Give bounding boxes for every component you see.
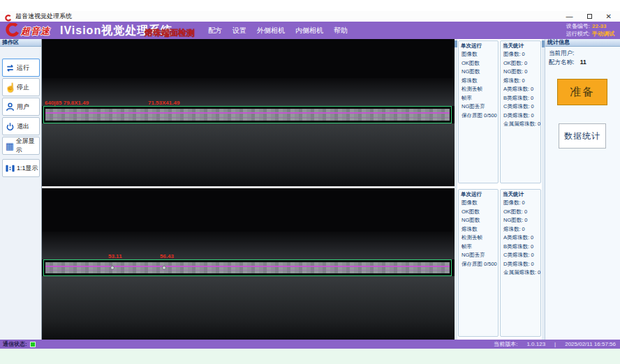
minimize-button[interactable]: — (566, 11, 573, 22)
bead-edge-line (45, 112, 450, 114)
recipe-label: 配方名称: (549, 59, 574, 66)
menu-item[interactable]: 内侧相机 (295, 26, 323, 36)
comm-status-label: 通信状态: (3, 340, 27, 348)
exit-label: 退出 (17, 122, 29, 131)
stat-row: 图像数:0 (501, 50, 540, 59)
main-area: 操作区 运行 ☝ 停止 用户 退出 ▦ 全屏显示 (0, 39, 620, 340)
measurement-annotation: 640|85 79.8X1.49 (45, 100, 89, 106)
statusbar-right: 当前版本: 1.0.123 | 2025/02/11 16:57:56 (494, 340, 616, 349)
bead-detection-box (43, 259, 452, 276)
run-label: 运行 (17, 63, 29, 73)
stop-button[interactable]: ☝ 停止 (2, 78, 40, 96)
bead-edge-line (45, 270, 450, 271)
menu-item[interactable]: 外侧相机 (257, 26, 285, 36)
device-id-value: 22-33 (592, 23, 606, 29)
recipe-value: 11 (580, 59, 586, 66)
window-titlebar: 超音速视觉处理系统 — ✕ (0, 11, 620, 22)
datetime: 2025/02/11 16:57:56 (565, 341, 616, 347)
stat-row: 熔珠数:0 (501, 225, 540, 234)
fullscreen-label: 全屏显示 (16, 137, 39, 155)
run-mode-label: 运行模式: (566, 31, 590, 37)
inner-camera-stats: 单次运行 图像数OK图数NG图数熔珠数检测丢帧帧率NG图丢弃保存原图0/500 … (457, 188, 542, 338)
stat-row: A类熔珠数:0 (501, 234, 540, 243)
statusbar-divider: | (554, 341, 556, 347)
stat-row: NG图丢弃 (459, 103, 498, 112)
outer-camera-viewport[interactable]: 640|85 79.8X1.49 71.53X41.49 (42, 39, 455, 186)
logo-icon (3, 23, 21, 38)
window-title: 超音速视觉处理系统 (15, 12, 72, 21)
status-bar: 通信状态: 当前版本: 1.0.123 | 2025/02/11 16:57:5… (0, 340, 620, 349)
app-header: 超音速 IVision视觉处理系统 熔珠端面检测 配方设置外侧相机内侧相机帮助 … (0, 22, 620, 39)
stat-row: NG图丢弃 (459, 251, 498, 260)
stop-label: 停止 (17, 83, 29, 92)
single-run-group: 单次运行 图像数OK图数NG图数熔珠数检测丢帧帧率NG图丢弃保存原图0/500 (458, 189, 499, 337)
maximize-button[interactable] (587, 11, 592, 22)
user-label: 用户 (17, 103, 29, 112)
image-surface-gradient (42, 123, 455, 186)
stat-row: 图像数:0 (501, 199, 540, 208)
data-statistics-button[interactable]: 数据统计 (559, 123, 606, 149)
stat-row: OK图数:0 (501, 59, 540, 68)
today-stats-group: 当天统计 图像数:0OK图数:0NG图数:0熔珠数:0A类熔珠数:0B类熔珠数:… (500, 40, 541, 183)
stop-hand-icon: ☝ (5, 82, 15, 93)
stat-row: 帧率 (459, 243, 498, 252)
ready-button[interactable]: 准备 (557, 79, 607, 105)
menu-item[interactable]: 设置 (232, 26, 246, 36)
stat-row: A类熔珠数:0 (501, 85, 540, 94)
current-user-label: 当前用户: (549, 50, 574, 56)
group-title: 单次运行 (459, 41, 498, 50)
stat-row: B类熔珠数:0 (501, 94, 540, 103)
maximize-icon (587, 14, 592, 19)
stat-row: 帧率 (459, 94, 498, 103)
stat-row: 金属屑熔珠数:0 (501, 268, 540, 278)
today-stats-group: 当天统计 图像数:0OK图数:0NG图数:0熔珠数:0A类熔珠数:0B类熔珠数:… (500, 189, 541, 337)
stat-row: NG图数 (459, 216, 498, 225)
one-to-one-icon (5, 163, 15, 174)
stat-row: OK图数 (459, 208, 498, 217)
stat-row: OK图数:0 (501, 208, 540, 217)
inner-camera-viewport[interactable]: 53.11 56.43 (42, 188, 455, 340)
stat-row: 熔珠数 (459, 225, 498, 234)
close-button[interactable]: ✕ (606, 11, 612, 22)
one-to-one-label: 1:1显示 (17, 164, 38, 173)
image-surface-gradient (42, 232, 455, 259)
user-button[interactable]: 用户 (2, 98, 40, 116)
defect-mark (110, 266, 115, 270)
comm-status-led (30, 342, 36, 347)
measurement-annotation: 56.43 (160, 253, 174, 259)
measurement-annotation: 71.53X41.49 (148, 100, 179, 106)
stat-row: 熔珠数:0 (501, 77, 540, 86)
stat-row: C类熔珠数:0 (501, 103, 540, 112)
exit-button[interactable]: 退出 (2, 117, 40, 135)
info-panel-header: 统计信息 (545, 39, 620, 47)
operation-sidebar: 操作区 运行 ☝ 停止 用户 退出 ▦ 全屏显示 (0, 39, 42, 340)
stat-row: B类熔珠数:0 (501, 243, 540, 252)
stat-row: OK图数 (459, 59, 498, 68)
version-value: 1.0.123 (526, 341, 545, 347)
weld-bead-image (45, 109, 450, 121)
one-to-one-button[interactable]: 1:1显示 (2, 159, 40, 177)
app-subtitle: 熔珠端面检测 (145, 27, 195, 39)
menu-item[interactable]: 帮助 (334, 26, 348, 36)
stat-row: 保存原图0/500 (459, 260, 498, 269)
defect-mark (162, 266, 166, 270)
sidebar-header: 操作区 (0, 39, 41, 47)
run-button[interactable]: 运行 (2, 59, 40, 77)
stat-row: 熔珠数 (459, 77, 498, 86)
stat-row: 检测丢帧 (459, 234, 498, 243)
run-mode-value: 手动调试 (592, 31, 614, 37)
stat-row: NG图数 (459, 68, 498, 77)
stat-row: 金属屑熔珠数:0 (501, 120, 540, 129)
stat-row: 检测丢帧 (459, 85, 498, 94)
stat-row: NG图数:0 (501, 216, 540, 225)
single-run-group: 单次运行 图像数OK图数NG图数熔珠数检测丢帧帧率NG图丢弃保存原图0/500 (458, 40, 499, 183)
menu-item[interactable]: 配方 (208, 26, 222, 36)
fullscreen-grid-icon: ▦ (5, 141, 15, 151)
comm-status: 通信状态: (3, 340, 36, 349)
device-info: 设备编号:22-33 运行模式:手动调试 (566, 22, 614, 38)
menu-bar: 配方设置外侧相机内侧相机帮助 (208, 22, 348, 39)
run-icon (5, 63, 15, 73)
measurement-annotation: 53.11 (108, 253, 122, 259)
fullscreen-button[interactable]: ▦ 全屏显示 (2, 137, 40, 155)
screen: 超音速视觉处理系统 — ✕ 超音速 IVision视觉处理系统 熔珠端面检测 配… (0, 0, 620, 364)
